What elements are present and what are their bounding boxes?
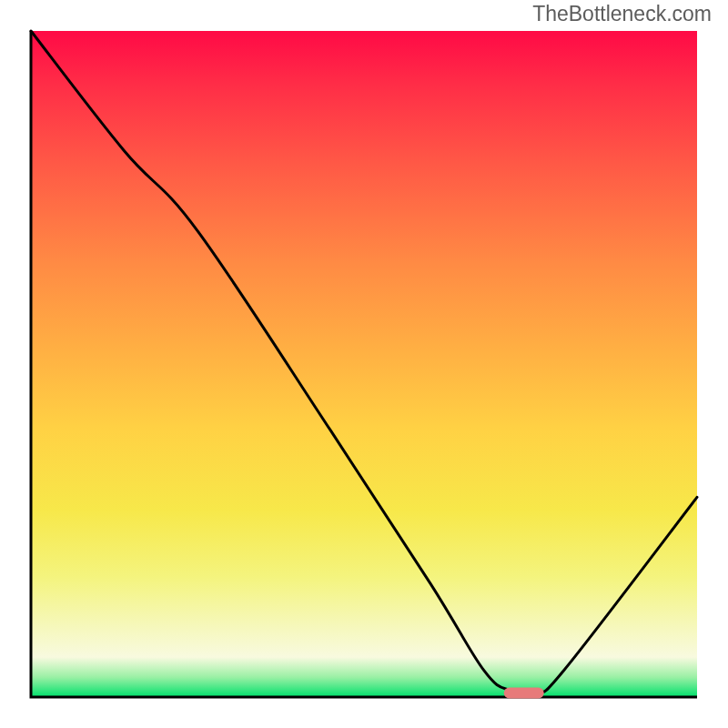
watermark-text: TheBottleneck.com: [532, 2, 712, 26]
bottleneck-curve: [31, 31, 697, 693]
chart-container: TheBottleneck.com: [0, 0, 728, 728]
chart-axes: [31, 31, 697, 697]
chart-svg-layer: [0, 0, 728, 728]
optimal-zone-marker: [504, 688, 544, 699]
svg-rect-0: [504, 688, 544, 699]
